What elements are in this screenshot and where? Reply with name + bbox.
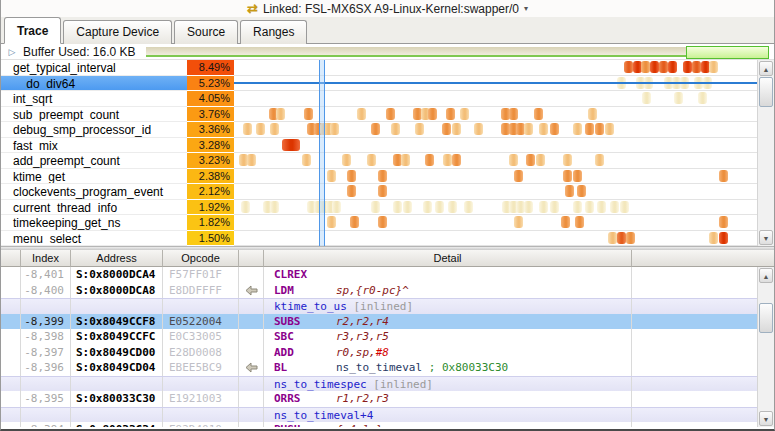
buffer-view-selection[interactable] — [686, 46, 769, 59]
heat-block — [415, 123, 424, 135]
function-name[interactable]: debug_smp_processor_id — [1, 122, 187, 138]
column-header-blank4[interactable] — [239, 250, 264, 267]
heat-block — [367, 154, 376, 166]
heatmap-timeline[interactable] — [234, 215, 757, 231]
heatmap-timeline[interactable] — [234, 91, 757, 107]
scroll-up-button[interactable]: ▲ — [759, 268, 773, 283]
linked-context-header[interactable]: ⇄ Linked: FSL-MX6SX A9-Linux-Kernel:swap… — [1, 0, 774, 17]
scroll-up-button[interactable]: ▲ — [759, 61, 773, 76]
trace-buffer-bar[interactable] — [146, 46, 769, 58]
profile-row-menu_select[interactable]: menu_select1.50% — [1, 231, 757, 247]
heat-block — [327, 216, 336, 228]
instruction-row[interactable]: -8,395S:0x80033C30E1921003ORRSr1,r2,r3 — [1, 391, 774, 407]
column-header-Opcode[interactable]: Opcode — [163, 250, 239, 267]
index-cell: -8,401 — [21, 267, 71, 283]
column-header-blank0[interactable] — [1, 250, 21, 267]
profile-row-add_preempt_count[interactable]: add_preempt_count3.23% — [1, 153, 757, 169]
tab-trace[interactable]: Trace — [4, 17, 61, 44]
profile-row-sub_preempt_count[interactable]: sub_preempt_count3.76% — [1, 107, 757, 123]
expander-triangle-icon[interactable]: ▷ — [1, 47, 23, 57]
heat-block — [550, 123, 559, 135]
heat-block — [668, 61, 677, 73]
heatmap-timeline[interactable] — [234, 138, 757, 154]
instruction-row[interactable]: -8,397S:0x8049CD00E28D0008ADDr0,sp,#8 — [1, 345, 774, 361]
profile-row-int_sqrt[interactable]: int_sqrt4.05% — [1, 91, 757, 107]
profile-row-timekeeping_get_ns[interactable]: timekeeping_get_ns1.82% — [1, 215, 757, 231]
function-label-row[interactable]: ns_to_timeval+4 — [1, 407, 774, 423]
opcode-cell: EBEE5BC9 — [163, 360, 239, 376]
scroll-down-button[interactable]: ▼ — [759, 411, 773, 426]
function-name[interactable]: sub_preempt_count — [1, 107, 187, 123]
address-cell: S:0x8049CD00 — [71, 345, 163, 361]
tab-ranges[interactable]: Ranges — [240, 20, 307, 44]
instruction-row[interactable]: -8,394S:0x80033C34E92D4010PUSH{r4,lr} — [1, 422, 774, 427]
gutter-cell — [1, 391, 21, 407]
function-label-row[interactable]: ns_to_timespec [inlined] — [1, 376, 774, 392]
mnemonic: LDM — [274, 283, 336, 298]
function-percent-badge: 3.36% — [187, 122, 234, 138]
heatmap-timeline[interactable] — [234, 60, 757, 76]
function-name[interactable]: get_typical_interval — [1, 60, 187, 76]
heat-block — [539, 123, 548, 135]
instruction-row[interactable]: -8,399S:0x8049CCF8E0522004SUBSr2,r2,r4 — [1, 314, 774, 330]
profile-scrollbar[interactable]: ▲▼ — [757, 60, 774, 246]
column-header-Index[interactable]: Index — [21, 250, 71, 267]
heatmap-timeline[interactable] — [234, 200, 757, 216]
function-name[interactable]: fast_mix — [1, 138, 187, 154]
profile-row-clockevents_program_event[interactable]: clockevents_program_event2.12% — [1, 184, 757, 200]
scroll-down-button[interactable]: ▼ — [759, 230, 773, 245]
heatmap-timeline[interactable] — [234, 76, 757, 92]
profile-row-get_typical_interval[interactable]: get_typical_interval8.49% — [1, 60, 757, 76]
instruction-detail: ADDr0,sp,#8 — [264, 345, 632, 361]
opcode-cell: E8DDFFFF — [163, 283, 239, 299]
heat-block — [452, 154, 461, 166]
heat-block — [350, 216, 359, 228]
heatmap-timeline[interactable] — [234, 231, 757, 247]
scroll-thumb[interactable] — [759, 77, 773, 107]
heat-block — [526, 154, 535, 166]
heat-block — [282, 139, 300, 151]
instruction-detail: CLREX — [264, 267, 632, 283]
heat-block — [442, 123, 451, 135]
scroll-thumb[interactable] — [759, 303, 773, 333]
heatmap-timeline[interactable] — [234, 122, 757, 138]
chevron-down-icon[interactable]: ▾ — [524, 4, 528, 13]
function-name[interactable]: menu_select — [1, 231, 187, 247]
index-cell: -8,395 — [21, 391, 71, 407]
heatmap-timeline[interactable] — [234, 107, 757, 123]
profile-row-ktime_get[interactable]: ktime_get2.38% — [1, 169, 757, 185]
heatmap-timeline[interactable] — [234, 184, 757, 200]
function-name[interactable]: add_preempt_count — [1, 153, 187, 169]
function-name[interactable]: int_sqrt — [1, 91, 187, 107]
heatmap-timeline[interactable] — [234, 153, 757, 169]
instruction-row[interactable]: -8,396S:0x8049CD04EBEE5BC9BLns_to_timeva… — [1, 360, 774, 376]
function-name[interactable]: current_thread_info — [1, 200, 187, 216]
function-name[interactable]: ktime_get — [1, 169, 187, 185]
function-name[interactable]: timekeeping_get_ns — [1, 215, 187, 231]
column-header-Detail[interactable]: Detail — [264, 250, 632, 267]
disasm-scrollbar[interactable]: ▲ ▼ — [757, 267, 774, 427]
function-name[interactable]: clockevents_program_event — [1, 184, 187, 200]
profile-row-current_thread_info[interactable]: current_thread_info1.92% — [1, 200, 757, 216]
profile-row-debug_smp_processor_id[interactable]: debug_smp_processor_id3.36% — [1, 122, 757, 138]
tab-capture-device[interactable]: Capture Device — [63, 20, 172, 44]
tab-source[interactable]: Source — [174, 20, 238, 44]
instruction-row[interactable]: -8,398S:0x8049CCFCE0C33005SBCr3,r3,r5 — [1, 329, 774, 345]
profile-row-fast_mix[interactable]: fast_mix3.28% — [1, 138, 757, 154]
gutter-cell — [1, 377, 21, 392]
gutter-cell — [1, 408, 21, 423]
column-header-Address[interactable]: Address — [71, 250, 163, 267]
function-name[interactable]: __do_div64 — [1, 76, 187, 92]
instruction-row[interactable]: -8,400S:0x8000DCA8E8DDFFFFLDMsp,{r0-pc}^ — [1, 283, 774, 299]
timeline-cursor[interactable] — [319, 60, 325, 246]
instruction-row[interactable]: -8,401S:0x8000DCA4F57FF01FCLREX — [1, 267, 774, 283]
branch-arrow-cell — [239, 314, 264, 330]
profile-row-__do_div64[interactable]: __do_div645.23% — [1, 76, 757, 92]
branch-left-arrow-icon — [245, 285, 258, 296]
heat-block — [534, 108, 543, 120]
heatmap-timeline[interactable] — [234, 169, 757, 185]
heat-block — [550, 201, 559, 213]
heat-block — [403, 201, 412, 213]
function-label-row[interactable]: ktime_to_us [inlined] — [1, 298, 774, 314]
instruction-detail: PUSH{r4,lr} — [264, 422, 632, 427]
